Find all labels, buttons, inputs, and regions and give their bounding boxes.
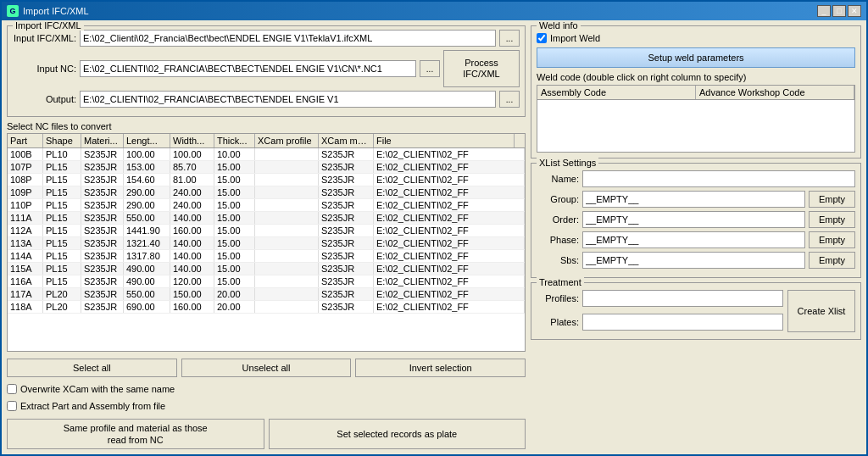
cell-file: E:\02_CLIENTI\02_FF [374, 161, 525, 173]
input-ifc-field[interactable] [80, 30, 496, 47]
cell-len: 1317.80 [124, 250, 170, 262]
invert-selection-button[interactable]: Invert selection [355, 359, 526, 377]
table-row[interactable]: 114A PL15 S235JR 1317.80 140.00 15.00 S2… [8, 250, 525, 263]
table-row[interactable]: 100B PL10 S235JR 100.00 100.00 10.00 S23… [8, 148, 525, 161]
cell-mat: S235JR [81, 174, 124, 186]
xlist-name-row: Name: [537, 170, 855, 187]
xlist-sbs-empty-button[interactable]: Empty [809, 252, 855, 269]
xlist-order-empty-button[interactable]: Empty [809, 211, 855, 228]
cell-thick: 10.00 [214, 148, 255, 160]
col-header-mat: Materi... [81, 134, 124, 147]
xlist-phase-empty-button[interactable]: Empty [809, 231, 855, 248]
weld-code-table[interactable]: Assembly Code Advance Workshop Code [537, 85, 855, 153]
cell-shape: PL15 [43, 225, 81, 236]
cell-len: 153.00 [124, 161, 170, 173]
import-group-label: Import IFC/XML [13, 20, 84, 31]
cell-len: 1321.40 [124, 237, 170, 249]
table-body[interactable]: 100B PL10 S235JR 100.00 100.00 10.00 S23… [8, 148, 525, 351]
cell-shape: PL15 [43, 161, 81, 173]
plates-input[interactable] [582, 314, 783, 331]
col-header-shape: Shape [43, 134, 81, 147]
process-ifc-button[interactable]: Process IFC/XML [443, 50, 520, 87]
cell-shape: PL15 [43, 237, 81, 249]
table-row[interactable]: 117A PL20 S235JR 550.00 150.00 20.00 S23… [8, 288, 525, 301]
cell-shape: PL10 [43, 148, 81, 160]
close-button[interactable]: ✕ [848, 5, 861, 17]
select-nc-section: Select NC files to convert Part Shape Ma… [7, 121, 526, 352]
table-row[interactable]: 116A PL15 S235JR 490.00 120.00 15.00 S23… [8, 275, 525, 288]
cell-mat: S235JR [81, 161, 124, 173]
table-row[interactable]: 107P PL15 S235JR 153.00 85.70 15.00 S235… [8, 161, 525, 174]
table-row[interactable]: 113A PL15 S235JR 1321.40 140.00 15.00 S2… [8, 237, 525, 250]
import-weld-checkbox[interactable] [537, 33, 547, 43]
cell-part: 113A [8, 237, 43, 249]
treatment-label: Treatment [537, 277, 584, 287]
extract-part-checkbox[interactable] [7, 401, 17, 411]
input-nc-field[interactable] [80, 60, 416, 77]
xlist-sbs-input[interactable] [582, 252, 805, 269]
import-group: Import IFC/XML Input IFC/XML: ... Input … [7, 25, 526, 117]
xlist-sbs-row: Sbs: Empty [537, 252, 855, 269]
table-row[interactable]: 115A PL15 S235JR 490.00 140.00 15.00 S23… [8, 263, 525, 275]
output-row: Output: ... [13, 91, 520, 108]
cell-xcam [255, 237, 319, 249]
cell-mat: S235JR [81, 225, 124, 236]
browse-nc-button[interactable]: ... [420, 60, 440, 77]
select-all-button[interactable]: Select all [7, 359, 177, 377]
xlist-phase-row: Phase: Empty [537, 231, 855, 248]
table-row[interactable]: 110P PL15 S235JR 290.00 240.00 15.00 S23… [8, 199, 525, 212]
cell-wid: 81.00 [170, 174, 214, 186]
xlist-group-input[interactable] [582, 191, 805, 208]
minimize-button[interactable]: _ [817, 5, 831, 17]
cell-part: 110P [8, 199, 43, 211]
browse-ifc-button[interactable]: ... [499, 30, 520, 47]
extract-part-label: Extract Part and Assembly from file [20, 401, 165, 411]
xlist-group-empty-button[interactable]: Empty [809, 191, 855, 208]
cell-part: 117A [8, 288, 43, 300]
cell-part: 111A [8, 212, 43, 224]
same-profile-button[interactable]: Same profile and material as those read … [7, 419, 264, 449]
cell-xcamm: S235JR [319, 250, 374, 262]
cell-part: 107P [8, 161, 43, 173]
xlist-name-label: Name: [537, 174, 579, 184]
profiles-input[interactable] [582, 290, 783, 307]
create-xlist-button[interactable]: Create Xlist [787, 290, 855, 332]
cell-len: 490.00 [124, 275, 170, 287]
table-row[interactable]: 109P PL15 S235JR 290.00 240.00 15.00 S23… [8, 186, 525, 199]
table-row[interactable]: 111A PL15 S235JR 550.00 140.00 15.00 S23… [8, 212, 525, 225]
maximize-button[interactable]: □ [832, 5, 846, 17]
cell-file: E:\02_CLIENTI\02_FF [374, 250, 525, 262]
browse-output-button[interactable]: ... [499, 91, 520, 108]
cell-thick: 15.00 [214, 225, 255, 236]
cell-wid: 100.00 [170, 148, 214, 160]
xlist-name-input[interactable] [582, 170, 855, 187]
cell-xcamm: S235JR [319, 199, 374, 211]
unselect-all-button[interactable]: Unselect all [181, 359, 352, 377]
xlist-settings-label: XList Settings [537, 158, 598, 168]
cell-thick: 15.00 [214, 212, 255, 224]
cell-file: E:\02_CLIENTI\02_FF [374, 288, 525, 300]
output-field[interactable] [80, 91, 496, 108]
xlist-group-label: Group: [537, 194, 579, 204]
col-header-xcam: XCam profile [255, 134, 319, 147]
xlist-sbs-label: Sbs: [537, 255, 579, 265]
input-ifc-label: Input IFC/XML: [13, 33, 76, 43]
xlist-order-input[interactable] [582, 211, 805, 228]
set-selected-button[interactable]: Set selected records as plate [269, 419, 526, 449]
xlist-phase-label: Phase: [537, 235, 579, 245]
setup-weld-button[interactable]: Setup weld parameters [537, 47, 855, 68]
table-row[interactable]: 112A PL15 S235JR 1441.90 160.00 15.00 S2… [8, 225, 525, 237]
cell-len: 490.00 [124, 263, 170, 275]
bottom-buttons: Select all Unselect all Invert selection [7, 359, 526, 377]
nc-files-table[interactable]: Part Shape Materi... Lengt... Width... T… [7, 133, 526, 352]
table-row[interactable]: 108P PL15 S235JR 154.60 81.00 15.00 S235… [8, 174, 525, 186]
cell-wid: 140.00 [170, 263, 214, 275]
cell-file: E:\02_CLIENTI\02_FF [374, 199, 525, 211]
cell-thick: 15.00 [214, 263, 255, 275]
plates-row: Plates: [537, 314, 783, 331]
cell-thick: 20.00 [214, 301, 255, 313]
overwrite-xcam-checkbox[interactable] [7, 384, 17, 394]
table-row[interactable]: 118A PL20 S235JR 690.00 160.00 20.00 S23… [8, 301, 525, 314]
xlist-phase-input[interactable] [582, 231, 805, 248]
cell-mat: S235JR [81, 199, 124, 211]
